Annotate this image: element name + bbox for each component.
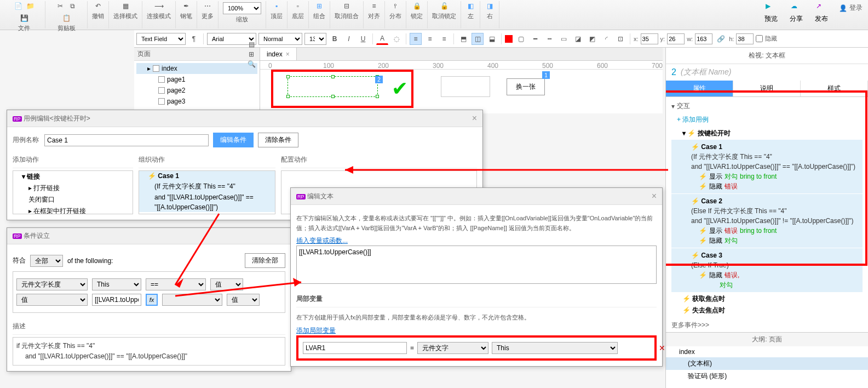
group-icon[interactable]: ⊞ [314, 1, 324, 11]
add-page-icon[interactable]: ▤ [246, 39, 256, 49]
preview-button[interactable]: ▶预览 [761, 1, 781, 25]
clear-condition-button[interactable]: 清除条件 [258, 133, 298, 147]
delete-var-icon[interactable]: ✕ [659, 344, 665, 352]
zoom-select[interactable]: 100% [223, 2, 261, 14]
canvas-content[interactable]: 2 ✔ 换一张 1 [260, 70, 663, 113]
valign-top-icon[interactable]: ⬒ [457, 33, 469, 45]
change-button[interactable]: 换一张 1 [507, 78, 545, 95]
widget-name-input[interactable]: (文本框 Name) [681, 67, 732, 77]
dock-right-icon[interactable]: ◨ [485, 1, 495, 11]
cond1-op[interactable]: == [146, 278, 206, 290]
new-file-icon[interactable]: 📄 [13, 1, 23, 11]
align-left-icon[interactable]: ≡ [410, 33, 422, 45]
var-target-select[interactable]: This [492, 342, 618, 354]
cond1-target[interactable]: This [92, 278, 141, 290]
underline-icon[interactable]: U [357, 33, 369, 45]
event-blur[interactable]: ⚡ 失去焦点时 [671, 305, 863, 316]
insert-var-link[interactable]: 插入变量或函数... [296, 237, 348, 244]
share-button[interactable]: ☁分享 [786, 1, 806, 25]
canvas-tab-index[interactable]: index× [260, 48, 297, 60]
shadow-inner-icon[interactable]: ◩ [586, 33, 598, 45]
match-select[interactable]: 全部 [30, 255, 63, 267]
search-page-icon[interactable]: 🔍 [246, 59, 256, 69]
distribute-icon[interactable]: ⫯ [390, 1, 400, 11]
captcha-widget[interactable] [441, 76, 490, 97]
page-item-page1[interactable]: page1 [136, 74, 257, 85]
cond2-val[interactable] [92, 294, 141, 306]
paste-icon[interactable]: 📋 [61, 13, 71, 23]
border-style-icon[interactable]: ┅ [543, 33, 555, 45]
border-toggle-icon[interactable]: ▭ [557, 33, 570, 45]
outline-root[interactable]: index [666, 346, 868, 357]
shadow-outer-icon[interactable]: ◪ [572, 33, 584, 45]
fill-color-icon[interactable] [505, 35, 513, 43]
w-input[interactable] [695, 33, 712, 44]
org-action-tree[interactable]: ⚡ Case 1 (If 元件文字长度 This == "4" and "[[L… [139, 170, 275, 214]
more-events-link[interactable]: 更多事件>>> [666, 318, 868, 332]
var-type-select[interactable]: 元件文字 [417, 342, 488, 354]
valign-bottom-icon[interactable]: ⬓ [486, 33, 498, 45]
add-local-var-link[interactable]: 添加局部变量 [296, 327, 336, 334]
edit-condition-button[interactable]: 编辑条件 [213, 133, 254, 147]
text-field-widget[interactable]: 2 [288, 76, 378, 97]
ungroup-icon[interactable]: ⊟ [342, 1, 352, 11]
valign-middle-icon[interactable]: ◫ [472, 33, 484, 45]
close-dialog-icon[interactable]: × [472, 113, 477, 123]
align-icon[interactable]: ≡ [369, 1, 379, 11]
border-color-icon[interactable]: ▢ [515, 33, 527, 45]
weight-select[interactable]: Normal [258, 33, 302, 45]
fx-button[interactable]: fx [146, 294, 158, 306]
cond2-type[interactable]: 值 [16, 294, 88, 306]
open-file-icon[interactable]: 📁 [25, 1, 35, 11]
login-button[interactable]: 👤登录 [837, 1, 865, 15]
y-input[interactable] [667, 33, 685, 44]
x-input[interactable] [641, 33, 658, 44]
align-right-icon[interactable]: ≡ [438, 33, 450, 45]
bold-icon[interactable]: B [329, 33, 341, 45]
page-item-page2[interactable]: page2 [136, 85, 257, 96]
cond1-type[interactable]: 元件文字长度 [16, 278, 88, 290]
border-width-icon[interactable]: ━ [529, 33, 541, 45]
lock-ratio-icon[interactable]: 🔗 [715, 33, 727, 45]
corner-radius-icon[interactable]: ◜ [600, 33, 612, 45]
cond1-valtype[interactable]: 值 [210, 278, 243, 290]
back-icon[interactable]: ▫ [293, 1, 303, 11]
publish-button[interactable]: ↗发布 [812, 1, 831, 25]
padding-icon[interactable]: ⊡ [614, 33, 626, 45]
widget-type-select[interactable]: Text Field [136, 33, 186, 45]
copy-icon[interactable]: ⧉ [67, 1, 77, 11]
text-color-icon[interactable]: A [376, 33, 388, 45]
close-edit-dialog-icon[interactable]: × [652, 191, 657, 201]
expression-textarea[interactable]: [[LVAR1.toUpperCase()]] [296, 246, 657, 284]
page-item-index[interactable]: ▸ index [136, 63, 257, 74]
undo-icon[interactable]: ↶ [93, 1, 103, 11]
event-focus[interactable]: ⚡ 获取焦点时 [671, 293, 863, 305]
action-tree[interactable]: ▾ 链接 ▸ 打开链接 关闭窗口 ▸ 在框架中打开链接 滚动到元件<锚链接> [13, 170, 133, 214]
hidden-checkbox[interactable] [756, 35, 763, 42]
front-icon[interactable]: ▪ [272, 1, 281, 11]
connect-mode-icon[interactable]: ⟶ [154, 1, 164, 11]
cut-icon[interactable]: ✂ [55, 1, 65, 11]
var-name-input[interactable] [303, 342, 407, 354]
size-select[interactable]: 13 [304, 33, 326, 45]
dock-left-icon[interactable]: ◧ [465, 1, 475, 11]
italic-icon[interactable]: I [343, 33, 355, 45]
align-center-icon[interactable]: ≡ [424, 33, 436, 45]
paragraph-icon[interactable]: ¶ [188, 33, 200, 45]
select-mode-icon[interactable]: ▦ [120, 1, 130, 11]
effects-icon[interactable]: ◌ [390, 33, 403, 45]
h-input[interactable] [736, 33, 754, 44]
save-icon[interactable]: 💾 [19, 13, 29, 23]
cond2-op[interactable] [162, 294, 222, 306]
lock-icon[interactable]: 🔒 [412, 1, 422, 11]
unlock-icon[interactable]: 🔓 [439, 1, 449, 11]
outline-item-textfield[interactable]: (文本框) [666, 357, 868, 370]
outline-item-captcha[interactable]: 验证码 (矩形) [666, 370, 868, 383]
cond2-valtype[interactable]: 值 [227, 294, 260, 306]
clear-all-button[interactable]: 清除全部 [245, 253, 285, 268]
pen-icon[interactable]: ✒ [181, 1, 191, 11]
add-folder-icon[interactable]: ⊞ [246, 49, 256, 59]
case-name-input[interactable] [44, 134, 209, 146]
page-item-page3[interactable]: page3 [136, 96, 257, 107]
more-icon[interactable]: ⋯ [203, 1, 212, 11]
